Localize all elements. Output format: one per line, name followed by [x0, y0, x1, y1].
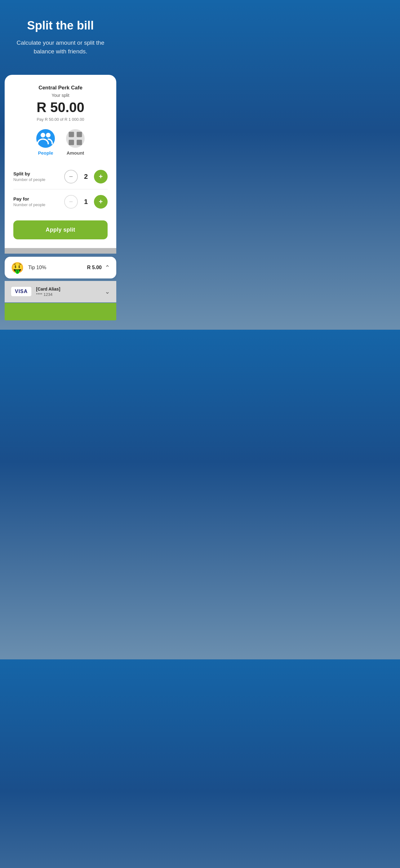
split-by-labels: Split by Number of people: [13, 171, 45, 182]
tab-people-label: People: [38, 150, 53, 156]
svg-point-0: [41, 132, 45, 137]
amount-icon-circle: [66, 129, 85, 148]
people-icon-circle: [36, 129, 55, 148]
pay-for-increment[interactable]: +: [94, 195, 108, 209]
restaurant-name: Central Perk Cafe: [13, 85, 108, 91]
svg-rect-2: [69, 132, 74, 137]
pay-for-decrement[interactable]: −: [64, 195, 78, 209]
tip-card[interactable]: 🤑 Tip 10% R 5.00 ⌃: [5, 257, 116, 278]
chevron-down-icon: ⌄: [105, 288, 110, 295]
tab-amount-label: Amount: [67, 150, 84, 156]
pay-button-area[interactable]: [5, 303, 116, 320]
split-by-increment[interactable]: +: [94, 170, 108, 183]
card-number: **** 1234: [36, 292, 60, 297]
pay-for-row: Pay for Number of people − 1 +: [13, 189, 108, 214]
card-section[interactable]: VISA [Card Alias] **** 1234 ⌄: [5, 281, 116, 302]
pay-for-main-label: Pay for: [13, 196, 45, 202]
tab-amount[interactable]: Amount: [66, 129, 85, 156]
tip-right: R 5.00 ⌃: [87, 264, 110, 271]
pay-for-labels: Pay for Number of people: [13, 196, 45, 207]
tip-amount: R 5.00: [87, 265, 102, 270]
split-label: Your split: [13, 93, 108, 98]
zigzag-svg: [5, 248, 116, 254]
tip-left: 🤑 Tip 10%: [11, 262, 46, 273]
pay-for-value: 1: [83, 198, 89, 206]
split-by-decrement[interactable]: −: [64, 170, 78, 183]
visa-logo: VISA: [11, 286, 32, 297]
page-title: Split the bill: [9, 19, 112, 33]
card-alias: [Card Alias]: [36, 286, 60, 291]
tabs-row: People Amount: [13, 129, 108, 156]
split-by-value: 2: [83, 173, 89, 181]
header-section: Split the bill Calculate your amount or …: [0, 0, 121, 69]
apply-split-button[interactable]: Apply split: [13, 220, 108, 239]
pay-for-sub-label: Number of people: [13, 203, 45, 207]
split-detail: Pay R 50.00 of R 1 000.00: [13, 117, 108, 122]
tab-people[interactable]: People: [36, 129, 55, 156]
people-icon: [36, 129, 55, 148]
card-left: VISA [Card Alias] **** 1234: [11, 286, 60, 297]
split-by-sub-label: Number of people: [13, 177, 45, 182]
split-by-row: Split by Number of people − 2 +: [13, 164, 108, 189]
receipt-edge: [5, 248, 116, 254]
tip-emoji: 🤑: [11, 262, 24, 273]
svg-rect-3: [76, 132, 82, 137]
amount-icon: [66, 129, 85, 148]
svg-rect-4: [69, 140, 74, 145]
split-amount: R 50.00: [13, 100, 108, 115]
tip-label: Tip 10%: [28, 265, 46, 270]
svg-point-1: [46, 132, 51, 137]
split-card: Central Perk Cafe Your split R 50.00 Pay…: [5, 75, 116, 248]
svg-rect-5: [76, 140, 82, 145]
split-by-main-label: Split by: [13, 171, 45, 176]
card-info: [Card Alias] **** 1234: [36, 286, 60, 297]
split-by-counter: − 2 +: [64, 170, 108, 183]
chevron-up-icon: ⌃: [105, 264, 110, 271]
page-subtitle: Calculate your amount or split the balan…: [9, 38, 112, 56]
pay-for-counter: − 1 +: [64, 195, 108, 209]
